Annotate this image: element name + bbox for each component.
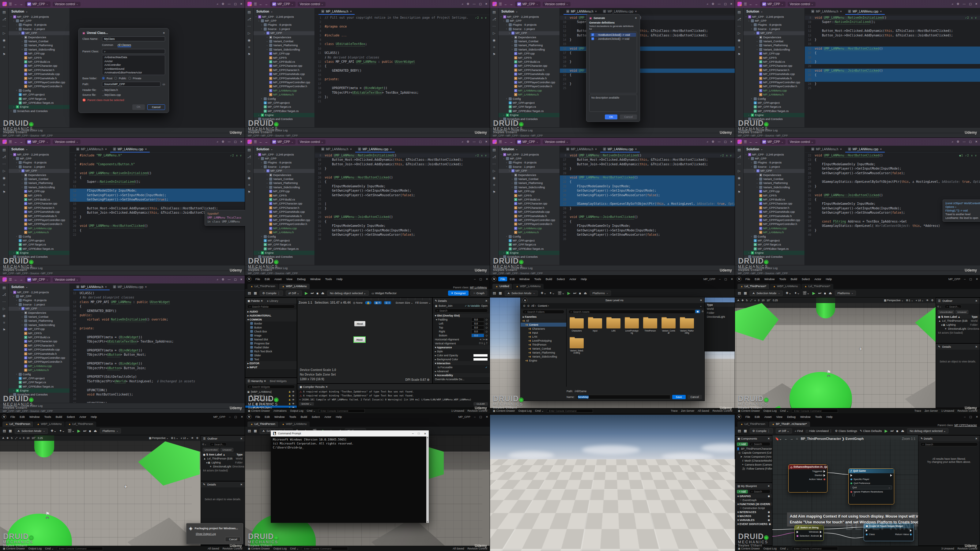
tree-item[interactable]: hMP_CPPPlayerController.h — [744, 84, 805, 89]
menu-file[interactable]: File — [253, 277, 262, 281]
event-node-ia-quit[interactable]: ◇EnhancedInputAction IA_QuitTriggeredSta… — [788, 464, 827, 492]
debugger-icon[interactable]: ⌗ — [493, 45, 495, 49]
tree-item[interactable]: ›Config — [9, 235, 70, 238]
valign-buttons[interactable]: ⍐ ⍗ ⍊ ⌶ — [479, 341, 488, 345]
event-graph[interactable]: 🔖⌄←→⁙BP_ThirdPersonCharacter ❯ EventGrap… — [772, 435, 918, 546]
version-control-selector[interactable]: Version control⌄ — [788, 2, 816, 6]
tree-item[interactable]: ›Scratches and Consoles — [9, 255, 70, 259]
minimize-icon[interactable]: – — [412, 432, 414, 435]
menu-help[interactable]: Help — [334, 277, 345, 281]
scale-icon[interactable]: ⤢ — [750, 299, 752, 302]
tree-item[interactable]: #MP_CPP.Build.cs — [744, 60, 805, 64]
console-command-input[interactable]: Enter Console Command — [302, 547, 348, 550]
scale-snap-value[interactable]: 0.25 — [773, 299, 778, 302]
save-icon[interactable]: ▤ — [738, 429, 741, 433]
console-command-input[interactable]: Enter Console Command — [792, 547, 838, 550]
project-panel-header[interactable]: Solution⌄ — [254, 146, 315, 152]
lit-mode-selector[interactable]: ◐ Lit ⌄ — [916, 299, 924, 302]
save-icon[interactable]: ▤ — [248, 291, 251, 295]
tree-item[interactable]: ›⚙Dependencies — [744, 35, 805, 39]
browse-icon[interactable]: ▦ — [254, 291, 257, 295]
tree-item[interactable]: {}MP_CPP.uproject — [9, 238, 70, 243]
tree-item[interactable]: {}MP_CPP.uproject — [499, 101, 560, 105]
level-viewport-scene[interactable]: ⚑🎮+⮝✥↻⤢⌗01010°0.25▦ Perspective ⌄⊞ 1 ⌄◐ … — [735, 297, 935, 408]
outliner-row[interactable]: ▸▣LightingFolder — [936, 322, 980, 327]
cancel-button[interactable]: Cancel — [620, 114, 637, 119]
all-saved[interactable]: All Saved — [208, 547, 219, 550]
breadcrumb-all[interactable]: All › — [531, 304, 536, 307]
project-selector[interactable]: MPMP_CPP⌄ — [760, 2, 786, 7]
browse-icon[interactable]: ▦ — [499, 291, 502, 295]
close-icon[interactable]: ✕ — [486, 277, 488, 281]
save-icon[interactable]: ▤ — [738, 291, 741, 295]
tree-item[interactable]: #MP_CPP.Target.cs — [9, 381, 70, 384]
angle-snap-value[interactable]: 10° — [767, 299, 770, 302]
tree-item[interactable]: #MP_CPP.Build.cs — [499, 60, 560, 64]
tree-item[interactable]: hMP_CPPCharacter.h — [499, 206, 560, 210]
platforms-selector[interactable]: Platforms⌄ — [835, 291, 856, 296]
tool-window-tab[interactable]: UnrealLink — [249, 267, 262, 270]
minimize-icon[interactable]: — — [718, 2, 721, 6]
create-widget-node[interactable]: ▣Create UI Touch Simple WidgetClassRetur… — [864, 524, 914, 541]
tree-item[interactable]: #MP_CPPEditor.Target.cs — [254, 109, 315, 113]
content-drawer-button[interactable]: ▣ Content Drawer — [248, 409, 270, 412]
tree-item[interactable]: CMP_CPPGameMode.cpp — [744, 72, 805, 76]
class-defaults-button[interactable]: ✎ Class Defaults — [860, 429, 882, 432]
column-type[interactable]: Type — [972, 315, 978, 318]
tool-window-tab[interactable]: UnrealLink — [4, 404, 17, 407]
frame-skip-button[interactable]: ⏭ — [891, 429, 894, 433]
new-unreal-class-dialog[interactable]: ▣Unreal Class...✕Class Name:MyClassCommo… — [78, 28, 169, 113]
nav-forward-icon[interactable]: → — [265, 2, 268, 6]
tree-item[interactable]: hMP_CPPPlayerController.h — [9, 222, 70, 226]
palette-item[interactable]: Image — [245, 333, 297, 337]
commits-icon[interactable]: ⎇ — [2, 155, 6, 159]
palette-item[interactable]: Check Box — [245, 329, 297, 333]
menu-window[interactable]: Window — [27, 414, 42, 419]
inspection-widget[interactable]: ✓2 ∧ ∨ — [475, 16, 487, 19]
tree-item[interactable]: CMP_CPPPlayerController.cpp — [9, 218, 70, 222]
reset-diamond-icon[interactable]: ◇ — [485, 326, 488, 329]
tree-item[interactable]: CMP_LANMenu.cpp — [744, 226, 805, 230]
asset-tab[interactable]: ▲Lvl_ThirdPerson — [247, 421, 278, 427]
hide-unrelated-button[interactable]: ⬚ Hide Unrelated ⋮ — [806, 429, 832, 432]
my-blueprint-row[interactable]: ▾ MACROS⊕ — [735, 514, 772, 518]
1-unsaved[interactable]: 1 Unsaved — [941, 409, 954, 412]
close-icon[interactable]: ✕ — [240, 437, 243, 440]
editor-tab[interactable]: CMP_LANMenu.cpp✕ — [600, 8, 640, 15]
tree-item[interactable]: #MP_CPPEditor.Target.cs — [9, 384, 70, 389]
tree-item[interactable]: hMP_CPPPlayerController.h — [9, 360, 70, 364]
content-drawer-button[interactable]: ▣ Content Drawer — [738, 547, 760, 550]
hierarchy-row[interactable]: ▣[WBP_LANMenu]🔒👁 — [245, 390, 297, 394]
tree-item[interactable]: ›⚙Dependencies — [9, 173, 70, 177]
revision-control[interactable]: Revision Control — [467, 547, 487, 550]
debugger-icon[interactable]: ⌗ — [493, 183, 495, 187]
halign-buttons[interactable]: ⫷ ⫶ ⫸ ☰ — [480, 338, 488, 341]
tree-item[interactable]: hMP_CPPGameMode.h — [254, 76, 315, 80]
chip-unsaved[interactable]: Unsaved — [956, 310, 968, 314]
open-link[interactable]: Open — [481, 304, 488, 307]
search-icon[interactable]: ⌕ — [707, 2, 708, 6]
revision-control[interactable]: Revision Control — [712, 409, 732, 412]
tree-item[interactable]: ›⚙Dependencies — [744, 173, 805, 177]
view-index[interactable]: ⊞ 1 ⌄ — [906, 299, 913, 302]
asset-tab[interactable]: ▲Lvl_ThirdPerson — [737, 421, 768, 427]
close-icon[interactable]: ✕ — [635, 16, 637, 20]
tree-item[interactable]: #MP_CPP.Build.cs — [499, 197, 560, 202]
tree-item[interactable]: ›Plugins · 8 projects — [744, 23, 805, 27]
tree-item[interactable]: ›Scratches and Consoles — [499, 117, 560, 121]
tree-item[interactable]: #MP_CPP.Target.cs — [254, 243, 315, 247]
output-log-button[interactable]: Output Log — [518, 409, 531, 412]
close-tab-icon[interactable]: ✕ — [145, 148, 147, 151]
tree-item[interactable]: ›EEngine — [254, 113, 315, 117]
inspection-widget[interactable]: ✓2 ∧ ∨ — [475, 154, 487, 157]
parent-class-link[interactable]: MP CPPCharacter — [954, 424, 977, 427]
library-tab[interactable]: ▸ Library — [267, 299, 278, 302]
cinematics-icon[interactable]: 🎬⌄ — [558, 291, 565, 295]
blueprints-icon[interactable]: ✦⌄ — [59, 429, 65, 433]
mode-selector[interactable]: ⮝Selection Mode⌄ — [505, 291, 538, 296]
run-icon[interactable]: ▷ — [3, 307, 5, 311]
compiler-results-tab[interactable]: ▣ Compiler Results ✕ — [299, 385, 328, 389]
tool-window-tab[interactable]: Unreal Editor Log — [21, 404, 43, 407]
revision-control[interactable]: Revision Control — [957, 547, 977, 550]
grid-snap-value[interactable]: 10 — [27, 437, 29, 440]
